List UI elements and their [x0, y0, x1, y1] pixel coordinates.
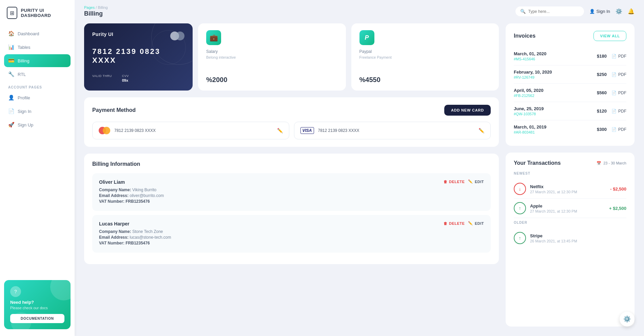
sidebar-item-tables[interactable]: 📊 Tables: [4, 41, 71, 54]
sidebar-item-billing[interactable]: 💳 Billing: [4, 54, 71, 67]
sidebar-item-profile[interactable]: 👤 Profile: [4, 91, 71, 104]
card-brand: Purity UI: [92, 32, 184, 37]
breadcrumb-current: Billing: [98, 5, 108, 9]
invoice-row-0: March, 01, 2020 #MS-415646 $180 📄 PDF: [514, 47, 626, 65]
edit-label-0: EDIT: [475, 180, 484, 184]
sidebar-item-signup[interactable]: 🚀 Sign Up: [4, 118, 71, 131]
company-value-0: Viking Burrito: [132, 187, 156, 192]
billing-person-actions-0: 🗑 DELETE ✏️ EDIT: [444, 179, 484, 184]
transaction-apple: ↑ Apple 27 March 2021, at 12:30 PM + $2,…: [514, 199, 626, 218]
invoice-row-4: March, 01, 2019 #AR-803481 $300 📄 PDF: [514, 120, 626, 138]
mastercard-icon: [99, 127, 110, 134]
breadcrumb-link[interactable]: Pages: [84, 5, 95, 9]
signin-icon: 📄: [8, 108, 14, 114]
top-cards-row: Purity UI 7812 2139 0823 XXXX VALID THRU…: [84, 23, 499, 91]
breadcrumb-path: Pages / Billing: [84, 5, 108, 9]
netflix-direction-icon: ↓: [514, 183, 526, 195]
mastercard-number: 7812 2139 0823 XXXX: [114, 128, 156, 133]
netflix-date: 27 March 2021, at 12:30 PM: [530, 190, 606, 194]
email-value-0: oliver@burrito.com: [130, 193, 164, 198]
netflix-info: Netflix 27 March 2021, at 12:30 PM: [530, 184, 606, 194]
invoice-pdf-0[interactable]: 📄 PDF: [611, 54, 626, 59]
search-input[interactable]: [528, 9, 579, 14]
add-new-card-button[interactable]: ADD NEW CARD: [444, 105, 491, 116]
invoice-amount-1: $250: [597, 72, 607, 77]
billing-vat-0: VAT Number: FRB1235476: [99, 199, 164, 204]
invoice-pdf-1[interactable]: 📄 PDF: [611, 72, 626, 77]
header-actions: 🔍 👤 Sign In ⚙️ 🔔: [515, 6, 635, 16]
card-meta: VALID THRU CVV 09x: [92, 74, 184, 82]
help-icon: ?: [10, 286, 21, 297]
invoices-title: Invoices: [514, 33, 535, 39]
card-chip-icon: [170, 32, 184, 40]
visa-edit-icon[interactable]: ✏️: [479, 128, 484, 133]
invoice-pdf-4[interactable]: 📄 PDF: [611, 127, 626, 132]
stripe-date: 26 March 2021, at 13:45 PM: [530, 239, 622, 243]
pdf-label-4: PDF: [618, 127, 626, 132]
sidebar-item-label: Profile: [18, 95, 30, 100]
sign-in-label: Sign In: [597, 9, 610, 14]
vat-value-1: FRB1235476: [125, 241, 150, 245]
settings-fab[interactable]: ⚙️: [620, 312, 635, 327]
paypal-icon: P: [359, 30, 374, 45]
pdf-label-3: PDF: [618, 109, 626, 114]
card-number: 7812 2139 0823 XXXX: [92, 47, 184, 65]
delete-button-1[interactable]: 🗑 DELETE: [444, 221, 465, 225]
pdf-icon-2: 📄: [611, 91, 617, 95]
payment-method-section: Payment Method ADD NEW CARD 7812 2139 08…: [84, 97, 499, 147]
invoice-info-1: February, 10, 2020 #RV-126749: [514, 70, 552, 79]
apple-date: 27 March 2021, at 12:30 PM: [530, 209, 605, 213]
visa-number: 7812 2139 0823 XXXX: [318, 128, 359, 133]
sidebar-item-dashboard[interactable]: 🏠 Dashboard: [4, 27, 71, 40]
sidebar-item-label: Tables: [18, 45, 31, 50]
pdf-label-1: PDF: [618, 72, 626, 77]
edit-button-0[interactable]: ✏️ EDIT: [468, 179, 484, 184]
delete-button-0[interactable]: 🗑 DELETE: [444, 180, 465, 184]
invoice-pdf-3[interactable]: 📄 PDF: [611, 109, 626, 114]
notifications-icon[interactable]: 🔔: [628, 8, 635, 15]
chip-circle-right: [176, 32, 184, 40]
help-subtitle: Please check our docs: [10, 306, 64, 310]
logo-text: PURITY UI DASHBOARD: [21, 8, 68, 18]
vat-value-0: FRB1235476: [125, 199, 150, 204]
paypal-label: Paypal: [359, 49, 491, 54]
sidebar-item-label: Dashboard: [18, 31, 39, 36]
edit-button-1[interactable]: ✏️ EDIT: [468, 221, 484, 225]
edit-label-1: EDIT: [475, 221, 484, 225]
email-label-1: Email Address:: [99, 235, 129, 240]
credit-card: Purity UI 7812 2139 0823 XXXX VALID THRU…: [84, 23, 193, 91]
chip-circle-left: [170, 32, 179, 40]
invoice-date-1: February, 10, 2020: [514, 70, 552, 75]
sidebar: ⊞ PURITY UI DASHBOARD 🏠 Dashboard 📊 Tabl…: [0, 0, 75, 336]
billing-person-0: Oliver Liam Company Name: Viking Burrito…: [92, 173, 491, 211]
payment-card-mastercard: 7812 2139 0823 XXXX ✏️: [92, 122, 289, 139]
paypal-card: P Paypal Freelance Payment %4550: [351, 23, 499, 91]
billing-person-name-1: Lucas Harper: [99, 221, 171, 226]
apple-direction-icon: ↑: [514, 202, 526, 214]
settings-icon[interactable]: ⚙️: [616, 8, 622, 15]
page-header: Pages / Billing Billing 🔍 👤 Sign In ⚙️ 🔔: [75, 0, 644, 20]
payment-method-title: Payment Method: [92, 107, 136, 113]
sidebar-item-rtl[interactable]: 🔧 RTL: [4, 68, 71, 81]
content-right: Invoices VIEW ALL March, 01, 2020 #MS-41…: [506, 23, 635, 327]
billing-person-details-1: Lucas Harper Company Name: Stone Tech Zo…: [99, 221, 171, 246]
invoice-pdf-2[interactable]: 📄 PDF: [611, 91, 626, 95]
vat-label-1: VAT Number:: [99, 241, 124, 245]
billing-information-section: Billing Information Oliver Liam Company …: [84, 154, 499, 264]
documentation-button[interactable]: DOCUMENTATION: [10, 314, 64, 323]
apple-amount: + $2,500: [609, 206, 626, 211]
date-range: 📅 23 - 30 March: [597, 161, 626, 165]
invoice-date-4: March, 01, 2019: [514, 124, 546, 130]
delete-label-1: DELETE: [449, 221, 465, 225]
signup-icon: 🚀: [8, 122, 14, 128]
paypal-value: %4550: [359, 76, 491, 84]
sign-in-link[interactable]: 👤 Sign In: [589, 9, 610, 14]
sidebar-item-signin[interactable]: 📄 Sign In: [4, 105, 71, 118]
mastercard-edit-icon[interactable]: ✏️: [277, 128, 283, 133]
payment-cards-list: 7812 2139 0823 XXXX ✏️ VISA 7812 2139 08…: [92, 122, 491, 139]
vat-label-0: VAT Number:: [99, 199, 124, 204]
invoice-ref-4: #AR-803481: [514, 130, 546, 134]
view-all-button[interactable]: VIEW ALL: [593, 31, 626, 41]
pencil-icon-0: ✏️: [468, 179, 473, 184]
search-box[interactable]: 🔍: [515, 6, 584, 16]
